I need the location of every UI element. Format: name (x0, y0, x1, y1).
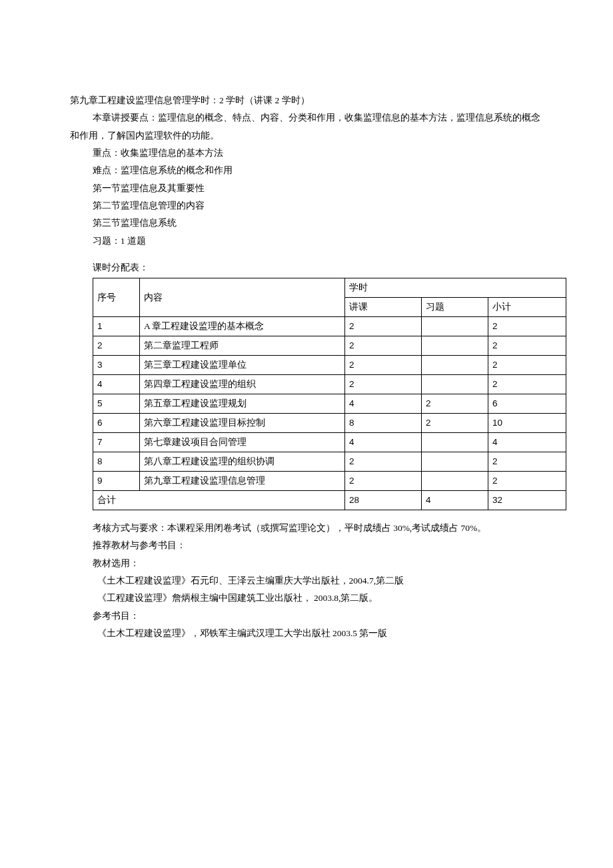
textbook-item-1: 《土木工程建设监理》石元印、王泽云主编重庆大学出版社，2004.7,第二版 (70, 572, 543, 590)
cell-lecture: 2 (345, 452, 422, 472)
table-row: 2 第二章监理工程师 2 2 (93, 336, 566, 356)
header-index: 序号 (93, 278, 140, 317)
cell-exercise: 2 (422, 414, 488, 433)
cell-content: 第九章工程建设监理信息管理 (140, 472, 345, 491)
cell-content: 第四章工程建设监理的组织 (140, 375, 345, 394)
cell-lecture: 8 (345, 414, 422, 433)
cell-index: 7 (93, 433, 140, 452)
table-row: 3 第三章工程建设监理单位 2 2 (93, 356, 566, 375)
cell-index: 1 (93, 317, 140, 336)
allocation-table: 序号 内容 学时 讲课 习题 小计 1 A 章工程建设监理的基本概念 2 2 2… (93, 278, 566, 510)
cell-subtotal: 2 (488, 336, 566, 356)
cell-exercise: 2 (422, 394, 488, 414)
cell-index: 4 (93, 375, 140, 394)
cell-lecture: 4 (345, 433, 422, 452)
cell-total-exercise: 4 (422, 491, 488, 510)
cell-total-subtotal: 32 (488, 491, 566, 510)
cell-total-label: 合计 (93, 491, 345, 510)
header-content: 内容 (140, 278, 345, 317)
cell-exercise (422, 356, 488, 375)
cell-subtotal: 10 (488, 414, 566, 433)
cell-subtotal: 4 (488, 433, 566, 452)
cell-lecture: 2 (345, 356, 422, 375)
header-lecture: 讲课 (345, 298, 422, 317)
chapter-difficulty: 难点：监理信息系统的概念和作用 (70, 162, 543, 179)
table-row: 5 第五章工程建设监理规划 4 2 6 (93, 394, 566, 414)
chapter-section-2: 第二节监理信息管理的内容 (70, 197, 543, 215)
table-total-row: 合计 28 4 32 (93, 491, 566, 510)
cell-subtotal: 2 (488, 452, 566, 472)
cell-content: 第七章建设项目合同管理 (140, 433, 345, 452)
cell-index: 9 (93, 472, 140, 491)
cell-content: 第六章工程建设监理目标控制 (140, 414, 345, 433)
cell-lecture: 2 (345, 472, 422, 491)
reference-heading: 参考书目： (70, 608, 543, 625)
cell-exercise (422, 472, 488, 491)
reference-item-1: 《土木工程建设监理》，邓铁军主编武汉理工大学出版社 2003.5 第一版 (70, 625, 543, 642)
cell-content: A 章工程建设监理的基本概念 (140, 317, 345, 336)
cell-subtotal: 2 (488, 472, 566, 491)
cell-index: 6 (93, 414, 140, 433)
cell-content: 第二章监理工程师 (140, 336, 345, 356)
cell-exercise (422, 452, 488, 472)
cell-exercise (422, 433, 488, 452)
header-hours: 学时 (345, 278, 566, 298)
chapter-heading: 第九章工程建设监理信息管理学时：2 学时（讲课 2 学时） (70, 92, 543, 109)
textbook-heading: 教材选用： (70, 555, 543, 572)
table-row: 8 第八章工程建设监理的组织协调 2 2 (93, 452, 566, 472)
cell-lecture: 2 (345, 317, 422, 336)
cell-index: 3 (93, 356, 140, 375)
chapter-exercise: 习题：1 道题 (70, 232, 543, 250)
cell-content: 第五章工程建设监理规划 (140, 394, 345, 414)
cell-content: 第八章工程建设监理的组织协调 (140, 452, 345, 472)
table-row: 9 第九章工程建设监理信息管理 2 2 (93, 472, 566, 491)
exam-requirements: 考核方式与要求：本课程采用闭卷考试（或撰写监理论文），平时成绩占 30%,考试成… (70, 520, 543, 537)
cell-content: 第三章工程建设监理单位 (140, 356, 345, 375)
cell-index: 2 (93, 336, 140, 356)
cell-subtotal: 2 (488, 356, 566, 375)
cell-index: 8 (93, 452, 140, 472)
chapter-section-3: 第三节监理信息系统 (70, 215, 543, 232)
table-row: 4 第四章工程建设监理的组织 2 2 (93, 375, 566, 394)
table-row: 7 第七章建设项目合同管理 4 4 (93, 433, 566, 452)
cell-exercise (422, 336, 488, 356)
cell-lecture: 4 (345, 394, 422, 414)
cell-index: 5 (93, 394, 140, 414)
cell-lecture: 2 (345, 375, 422, 394)
cell-subtotal: 6 (488, 394, 566, 414)
cell-subtotal: 2 (488, 317, 566, 336)
cell-total-lecture: 28 (345, 491, 422, 510)
header-subtotal: 小计 (488, 298, 566, 317)
table-row: 6 第六章工程建设监理目标控制 8 2 10 (93, 414, 566, 433)
table-header-row: 序号 内容 学时 (93, 278, 566, 298)
textbook-item-2: 《工程建设监理》詹炳根主编中国建筑工业出版社， 2003.8,第二版。 (70, 590, 543, 607)
cell-exercise (422, 317, 488, 336)
chapter-section-1: 第一节监理信息及其重要性 (70, 180, 543, 197)
recommend-heading: 推荐教材与参考书目： (70, 537, 543, 554)
cell-subtotal: 2 (488, 375, 566, 394)
cell-lecture: 2 (345, 336, 422, 356)
cell-exercise (422, 375, 488, 394)
chapter-points: 本章讲授要点：监理信息的概念、特点、内容、分类和作用，收集监理信息的基本方法，监… (70, 109, 543, 145)
table-row: 1 A 章工程建设监理的基本概念 2 2 (93, 317, 566, 336)
chapter-focus: 重点：收集监理信息的基本方法 (70, 145, 543, 162)
header-exercise: 习题 (422, 298, 488, 317)
allocation-title: 课时分配表： (70, 259, 543, 276)
